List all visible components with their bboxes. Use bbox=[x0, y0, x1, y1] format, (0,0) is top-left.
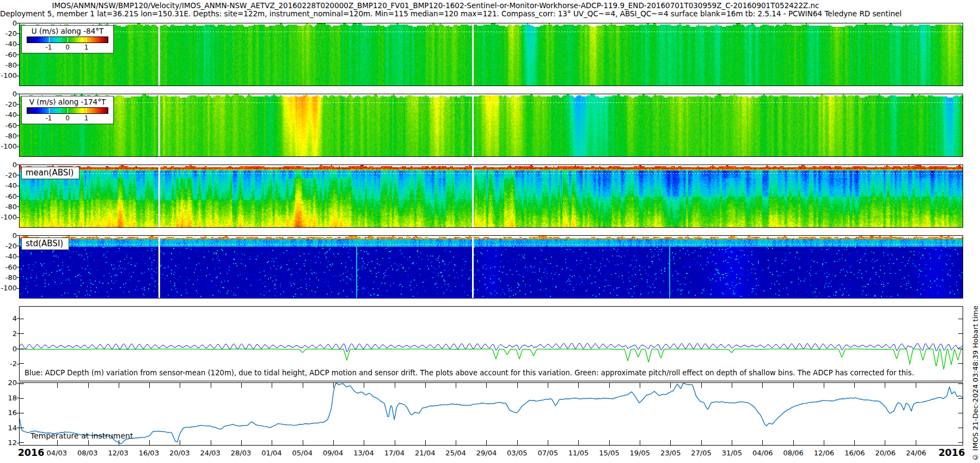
x-axis-year-right: 2016 bbox=[933, 447, 971, 458]
y-tick-mark bbox=[17, 147, 19, 147]
colorbar-tickmark bbox=[68, 108, 68, 113]
y-tick-label: -80 bbox=[0, 203, 17, 210]
panel-v-velocity-heatmap bbox=[19, 94, 963, 157]
x-tick-label: 25/04 bbox=[439, 449, 472, 457]
y-tick-mark bbox=[17, 413, 19, 413]
y-tick-mark bbox=[17, 115, 19, 115]
depth-variation-annotation: Blue: ADCP Depth (m) variation from sens… bbox=[24, 369, 914, 377]
x-tick-label: 16/03 bbox=[132, 449, 165, 457]
y-tick-mark bbox=[17, 364, 19, 364]
y-tick-mark bbox=[17, 175, 19, 175]
y-tick-label: -100 bbox=[0, 143, 17, 150]
y-tick-label: -100 bbox=[0, 214, 17, 221]
y-tick-mark bbox=[17, 196, 19, 197]
colorbar-tick-label: -1 bbox=[46, 114, 52, 122]
adcp-summary-figure: IMOS/ANMN/NSW/BMP120/Velocity/IMOS_ANMN-… bbox=[0, 0, 980, 463]
y-tick-mark bbox=[17, 23, 19, 23]
x-tick-label: 28/03 bbox=[225, 449, 258, 457]
y-tick-mark bbox=[17, 65, 19, 65]
y-tick-label: 4 bbox=[0, 315, 17, 322]
y-tick-label: -40 bbox=[0, 253, 17, 260]
x-tick-label: 17/04 bbox=[378, 449, 411, 457]
x-tick-label: 04/06 bbox=[746, 449, 779, 457]
colorbar-tickmark bbox=[49, 108, 50, 113]
y-tick-label: -100 bbox=[0, 284, 17, 291]
x-tick-label: 15/05 bbox=[593, 449, 626, 457]
x-tick-label: 24/03 bbox=[194, 449, 226, 457]
y-tick-label: 0 bbox=[0, 232, 17, 239]
y-tick-label: -80 bbox=[0, 274, 17, 281]
x-tick-label: 31/05 bbox=[715, 449, 748, 457]
y-tick-label: 18 bbox=[0, 394, 17, 401]
std-absi-label: std(ABSI) bbox=[21, 237, 69, 250]
panel-u-velocity-heatmap bbox=[19, 23, 963, 86]
x-tick-label: 07/05 bbox=[531, 449, 564, 457]
y-tick-mark bbox=[17, 383, 19, 383]
colorbar-v-ticklabels: -1 0 1 bbox=[27, 114, 108, 123]
colorbar-tick-label: 0 bbox=[65, 44, 70, 51]
x-tick-label: 20/06 bbox=[869, 449, 902, 457]
y-tick-mark bbox=[17, 186, 19, 186]
y-tick-mark bbox=[17, 443, 19, 443]
colorbar-v bbox=[27, 107, 108, 114]
y-tick-label: -60 bbox=[0, 122, 17, 129]
x-tick-label: 23/05 bbox=[654, 449, 687, 457]
y-tick-label: 0 bbox=[0, 90, 17, 98]
colorbar-tick-label: 1 bbox=[84, 44, 89, 51]
y-tick-label: -20 bbox=[0, 242, 17, 249]
y-tick-mark bbox=[17, 349, 19, 349]
y-tick-mark bbox=[17, 235, 19, 236]
legend-u-velocity: U (m/s) along -84°T -1 0 1 bbox=[21, 25, 114, 53]
legend-u-title: U (m/s) along -84°T bbox=[22, 26, 113, 36]
x-tick-label: 01/04 bbox=[255, 449, 288, 457]
y-tick-mark bbox=[17, 33, 19, 34]
colorbar-tickmark bbox=[68, 37, 68, 42]
y-tick-mark bbox=[17, 428, 19, 428]
y-tick-label: 20 bbox=[0, 379, 17, 386]
y-tick-label: 0 bbox=[0, 345, 17, 352]
y-tick-label: -20 bbox=[0, 172, 17, 179]
y-tick-label: -20 bbox=[0, 101, 17, 108]
colorbar-tickmark bbox=[86, 37, 87, 42]
colorbar-tickmark bbox=[86, 108, 87, 113]
copyright-watermark: © IMOS 21-Dec-2024 03:48:39 Hobart time bbox=[971, 306, 979, 461]
y-tick-label: 12 bbox=[0, 439, 17, 446]
x-tick-label: 11/05 bbox=[562, 449, 595, 457]
y-tick-label: 2 bbox=[0, 330, 17, 337]
y-tick-mark bbox=[17, 267, 19, 267]
y-tick-mark bbox=[17, 206, 19, 207]
y-tick-label: -40 bbox=[0, 40, 17, 47]
x-tick-label: 13/04 bbox=[347, 449, 380, 457]
x-tick-label: 21/04 bbox=[409, 449, 442, 457]
y-tick-label: -40 bbox=[0, 182, 17, 189]
colorbar-u-ticklabels: -1 0 1 bbox=[27, 44, 108, 52]
y-tick-mark bbox=[17, 165, 19, 165]
temperature-label: Temperature at instrument bbox=[30, 431, 133, 440]
y-tick-label: -80 bbox=[0, 62, 17, 69]
colorbar-tickmark bbox=[49, 37, 50, 42]
y-tick-label: 14 bbox=[0, 424, 17, 431]
y-tick-label: -20 bbox=[0, 30, 17, 37]
legend-v-velocity: V (m/s) along -174°T -1 0 1 bbox=[21, 96, 114, 124]
y-tick-mark bbox=[17, 333, 19, 334]
y-tick-mark bbox=[17, 125, 19, 126]
x-axis-year-left: 2016 bbox=[12, 447, 50, 458]
x-tick-label: 05/04 bbox=[286, 449, 318, 457]
y-tick-label: -2 bbox=[0, 360, 17, 367]
x-tick-label: 19/05 bbox=[623, 449, 656, 457]
y-tick-mark bbox=[17, 217, 19, 218]
y-tick-mark bbox=[17, 136, 19, 136]
y-tick-mark bbox=[17, 76, 19, 76]
x-tick-label: 09/04 bbox=[317, 449, 350, 457]
y-tick-label: -60 bbox=[0, 193, 17, 200]
panel-mean-absi-heatmap bbox=[19, 165, 963, 228]
x-tick-label: 16/06 bbox=[838, 449, 871, 457]
y-tick-label: -40 bbox=[0, 111, 17, 118]
colorbar-tick-label: 1 bbox=[84, 114, 89, 122]
legend-v-title: V (m/s) along -174°T bbox=[22, 96, 113, 107]
y-tick-label: 0 bbox=[0, 161, 17, 168]
x-tick-label: 24/06 bbox=[900, 449, 933, 457]
y-tick-mark bbox=[17, 44, 19, 45]
y-tick-mark bbox=[17, 94, 19, 94]
colorbar-tick-label: -1 bbox=[46, 44, 52, 51]
